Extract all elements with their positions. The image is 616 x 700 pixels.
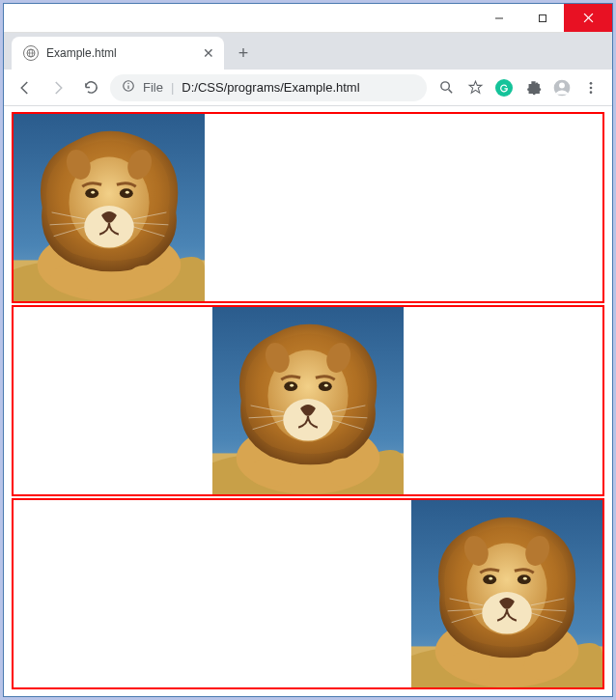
- svg-point-73: [524, 651, 567, 680]
- menu-button[interactable]: [577, 74, 604, 101]
- close-icon: [583, 13, 594, 23]
- magnifier-icon: [438, 79, 455, 96]
- extensions-button[interactable]: [519, 74, 546, 101]
- globe-icon: [23, 45, 39, 61]
- browser-toolbar: File | D:/CSS/programs/Example.html: [4, 70, 612, 106]
- svg-point-15: [590, 86, 593, 89]
- tab-strip: Example.html ✕ +: [4, 33, 612, 70]
- svg-point-35: [126, 265, 169, 294]
- svg-point-53: [249, 458, 292, 487]
- zoom-button[interactable]: [433, 74, 460, 101]
- maximize-button[interactable]: [520, 4, 564, 32]
- demo-box-center: [12, 305, 604, 496]
- grammarly-button[interactable]: [490, 74, 518, 101]
- lion-image: [212, 307, 404, 494]
- lion-image: [411, 500, 602, 687]
- svg-point-24: [91, 191, 95, 194]
- page-content: [4, 106, 612, 696]
- svg-line-11: [448, 90, 452, 94]
- puzzle-icon: [525, 79, 542, 96]
- bookmark-button[interactable]: [462, 74, 489, 101]
- profile-button[interactable]: [548, 74, 575, 101]
- svg-point-72: [448, 651, 490, 680]
- svg-point-16: [590, 91, 593, 94]
- arrow-left-icon: [16, 79, 34, 97]
- url-text: D:/CSS/programs/Example.html: [182, 80, 359, 95]
- new-tab-button[interactable]: +: [230, 40, 257, 67]
- demo-box-right: [12, 498, 604, 689]
- svg-point-44: [324, 384, 328, 387]
- user-icon: [552, 78, 572, 98]
- close-button[interactable]: [564, 4, 612, 32]
- svg-point-10: [440, 82, 449, 91]
- svg-point-34: [50, 265, 93, 294]
- svg-point-54: [325, 458, 368, 487]
- svg-point-25: [126, 191, 129, 194]
- url-scheme-label: File: [143, 80, 163, 95]
- svg-point-63: [523, 577, 527, 580]
- svg-point-13: [559, 82, 565, 88]
- demo-box-left: [12, 112, 604, 303]
- svg-point-9: [127, 83, 128, 84]
- grammarly-icon: [495, 79, 513, 97]
- titlebar-spacer: [4, 4, 477, 32]
- svg-point-14: [590, 82, 593, 85]
- address-bar[interactable]: File | D:/CSS/programs/Example.html: [110, 74, 427, 101]
- minimize-icon: [494, 14, 504, 23]
- forward-button[interactable]: [44, 74, 71, 101]
- lion-image: [14, 114, 205, 301]
- arrow-right-icon: [49, 79, 67, 97]
- tab-title: Example.html: [46, 46, 117, 60]
- browser-tab[interactable]: Example.html ✕: [12, 37, 224, 70]
- tab-close-button[interactable]: ✕: [203, 45, 214, 61]
- svg-point-62: [489, 577, 492, 580]
- svg-point-43: [290, 384, 294, 387]
- reload-button[interactable]: [77, 74, 104, 101]
- minimize-button[interactable]: [477, 4, 520, 32]
- svg-rect-1: [539, 14, 546, 21]
- maximize-icon: [538, 14, 547, 23]
- star-icon: [467, 79, 484, 96]
- info-icon[interactable]: [122, 79, 135, 96]
- reload-icon: [83, 79, 99, 96]
- url-separator: |: [171, 80, 174, 95]
- window-titlebar: [4, 4, 612, 33]
- back-button[interactable]: [12, 74, 39, 101]
- kebab-icon: [583, 80, 599, 96]
- toolbar-actions: [433, 74, 604, 101]
- browser-window: Example.html ✕ + File | D:/CSS/programs/…: [4, 4, 612, 696]
